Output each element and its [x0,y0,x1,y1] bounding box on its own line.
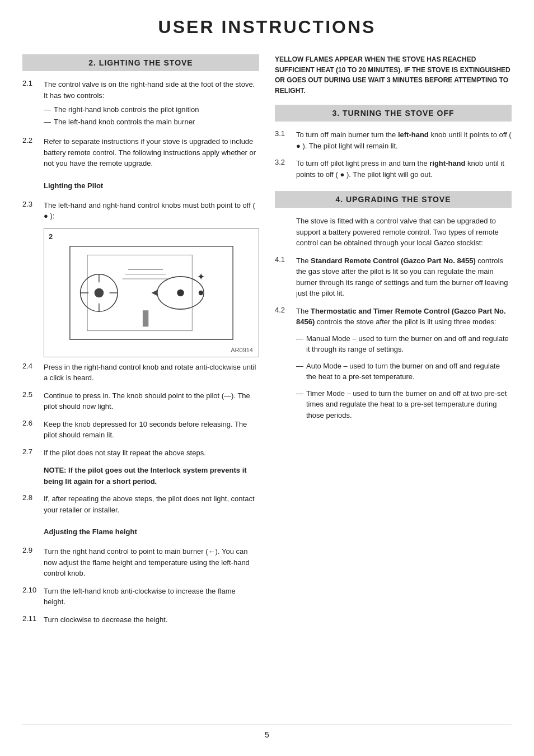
mode-manual-text: Manual Mode – used to turn the burner on… [306,333,512,355]
item-2-2: 2.2 Refer to separate instructions if yo… [22,136,259,169]
sub-heading-flame: Adjusting the Flame height [44,528,137,536]
item-2-6: 2.6 Keep the knob depressed for 10 secon… [22,419,259,441]
main-columns: 2. LIGHTING THE STOVE 2.1 The control va… [22,54,512,632]
diagram-svg: ✦ [50,235,253,351]
mode-timer: — Timer Mode – used to turn the burner o… [296,388,512,421]
mode-timer-text: Timer Mode – used to turn the burner on … [306,388,512,421]
bold-right-hand: right-hand [429,159,465,167]
dash-mode-2: — [296,361,306,372]
bold-4-2: Thermostatic and Timer Remote Control (G… [296,307,506,326]
item-text-2-4: Press in the right-hand control knob and… [44,362,259,384]
sub-text-1: The right-hand knob controls the pilot i… [54,104,199,115]
diagram-label: 2 [49,232,53,241]
item-text-2-2: Refer to separate instructions if your s… [44,136,259,169]
item-text-2-11: Turn clockwise to decrease the height. [44,614,259,626]
mode-auto: — Auto Mode – used to turn the burner on… [296,361,512,382]
right-column: YELLOW FLAMES APPEAR WHEN THE STOVE HAS … [275,54,512,430]
item-num-2-2: 2.2 [22,136,44,169]
svg-point-10 [199,290,203,295]
item-2-7: 2.7 If the pilot does not stay lit repea… [22,447,259,459]
item-text-2-8: If, after repeating the above steps, the… [44,493,259,515]
note-text: NOTE: If the pilot goes out the Interloc… [44,465,259,487]
diagram-box: 2 [44,228,259,357]
item-num-3-1: 3.1 [275,129,296,151]
diagram-ref: AR0914 [231,347,253,353]
item-4-1: 4.1 The Standard Remote Control (Gazco P… [275,255,512,299]
section4-header: 4. UPGRADING THE STOVE [275,191,512,208]
item-2-5: 2.5 Continue to press in. The knob shoul… [22,390,259,412]
item-2-9: 2.9 Turn the right hand control to point… [22,546,259,579]
bottom-divider [22,725,512,725]
dash-mode-1: — [296,333,306,344]
item-2-1: 2.1 The control valve is on the right-ha… [22,79,259,129]
item-num-2-4: 2.4 [22,362,44,384]
warning-text: YELLOW FLAMES APPEAR WHEN THE STOVE HAS … [275,54,512,96]
item-2-4: 2.4 Press in the right-hand control knob… [22,362,259,384]
item-num-4-2: 4.2 [275,306,296,423]
item-note: NOTE: If the pilot goes out the Interloc… [22,465,259,487]
page-number: 5 [265,730,269,739]
item-text-2-1: The control valve is on the right-hand s… [44,80,255,100]
bold-left-hand: left-hand [398,130,429,139]
item-num-2-5: 2.5 [22,390,44,412]
item-num-2-10: 2.10 [22,586,44,608]
item-num-2-1: 2.1 [22,79,44,129]
item-num-2-7: 2.7 [22,447,44,459]
item-num-3-2: 3.2 [275,158,296,180]
item-text-3-2: To turn off pilot light press in and tur… [296,158,512,180]
left-column: 2. LIGHTING THE STOVE 2.1 The control va… [22,54,259,632]
item-text-2-10: Turn the left-hand knob anti-clockwise t… [44,586,259,608]
section3-header: 3. TURNING THE STOVE OFF [275,105,512,122]
mode-auto-text: Auto Mode – used to turn the burner on a… [306,361,512,382]
item-4-2: 4.2 The Thermostatic and Timer Remote Co… [275,306,512,423]
item-2-10: 2.10 Turn the left-hand knob anti-clockw… [22,586,259,608]
svg-text:✦: ✦ [197,272,205,282]
item-text-2-9: Turn the right hand control to point to … [44,546,259,579]
item-2-8: 2.8 If, after repeating the above steps,… [22,493,259,515]
section2-header: 2. LIGHTING THE STOVE [22,54,259,71]
item-text-4-1: The Standard Remote Control (Gazco Part … [296,255,512,299]
mode-manual: — Manual Mode – used to turn the burner … [296,333,512,355]
sub-heading-pilot-row: Lighting the Pilot [22,176,259,193]
item-text-2-6: Keep the knob depressed for 10 seconds b… [44,419,259,441]
item-text-4-2: The Thermostatic and Timer Remote Contro… [296,306,512,423]
svg-point-3 [95,288,104,297]
sub-heading-pilot: Lighting the Pilot [44,181,103,190]
item-2-3: 2.3 The left-hand and right-hand control… [22,200,259,222]
bold-4-1: Standard Remote Control (Gazco Part No. … [311,256,476,265]
sub-text-2: The left-hand knob controls the main bur… [54,116,195,128]
modes-list: — Manual Mode – used to turn the burner … [296,333,512,421]
dash-icon-2: — [44,116,54,128]
page: USER INSTRUCTIONS 2. LIGHTING THE STOVE … [0,0,534,756]
svg-rect-16 [143,310,148,326]
svg-marker-12 [152,290,157,295]
page-title: USER INSTRUCTIONS [22,17,512,38]
dash-icon: — [44,104,54,115]
dash-mode-3: — [296,388,306,399]
section4-intro: The stove is fitted with a control valve… [296,216,512,249]
item-text-2-5: Continue to press in. The knob should po… [44,390,259,412]
sub-list-2-1: — The right-hand knob controls the pilot… [44,104,259,127]
sub-item-2: — The left-hand knob controls the main b… [44,116,259,128]
item-text-2-7: If the pilot does not stay lit repeat th… [44,447,259,459]
svg-point-9 [177,289,184,296]
item-num-2-11: 2.11 [22,614,44,626]
sub-heading-flame-row: Adjusting the Flame height [22,522,259,539]
section4-intro-row: The stove is fitted with a control valve… [275,216,512,249]
item-3-1: 3.1 To turn off main burner turn the lef… [275,129,512,151]
item-num-2-8: 2.8 [22,493,44,515]
sub-item-1: — The right-hand knob controls the pilot… [44,104,259,115]
item-3-2: 3.2 To turn off pilot light press in and… [275,158,512,180]
item-num-2-6: 2.6 [22,419,44,441]
item-text-2-3: The left-hand and right-hand control kno… [44,200,259,222]
item-num-2-3: 2.3 [22,200,44,222]
item-text-3-1: To turn off main burner turn the left-ha… [296,129,512,151]
item-num-2-9: 2.9 [22,546,44,579]
item-num-4-1: 4.1 [275,255,296,299]
item-2-11: 2.11 Turn clockwise to decrease the heig… [22,614,259,626]
